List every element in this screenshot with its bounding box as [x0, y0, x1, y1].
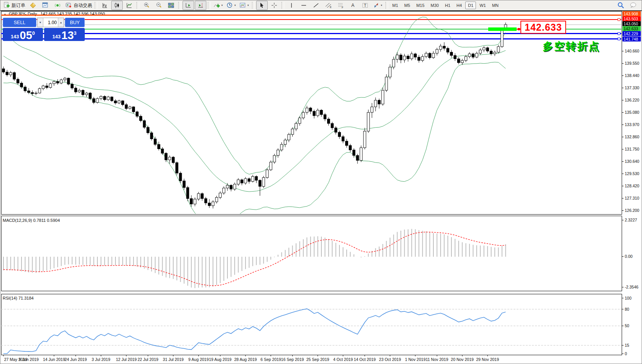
bar-chart-icon — [101, 2, 108, 9]
svg-text:27 May 2019: 27 May 2019 — [4, 357, 28, 362]
symbol-period-label: GBPJPY-,Daily — [9, 11, 37, 16]
timeframe-button-M30[interactable]: M30 — [428, 2, 441, 9]
svg-text:126.200: 126.200 — [625, 208, 639, 213]
text-icon: A — [349, 2, 356, 9]
candlestick-chart-button[interactable] — [111, 1, 123, 10]
volume-increase-button[interactable]: ▲ — [58, 18, 64, 27]
svg-text:20 Nov 2019: 20 Nov 2019 — [451, 357, 474, 362]
trendline-icon — [313, 2, 319, 9]
timeframe-button-W1[interactable]: W1 — [477, 2, 489, 9]
fibonacci-button[interactable]: F — [335, 1, 346, 10]
svg-text:4 Oct 2019: 4 Oct 2019 — [333, 357, 353, 362]
timeframe-button-H4[interactable]: H4 — [454, 2, 464, 9]
window-top-border — [0, 10, 642, 11]
dropdown-caret: ▼ — [247, 4, 249, 7]
svg-text:5 Jun 2019: 5 Jun 2019 — [19, 357, 39, 362]
rsi-indicator-label: RSI(14) 71.3184 — [3, 296, 34, 300]
svg-text:127.310: 127.310 — [625, 196, 639, 200]
fibonacci-icon: F — [337, 2, 344, 9]
text-button[interactable]: A — [347, 1, 359, 10]
metaeditor-button[interactable] — [27, 1, 39, 10]
sell-button[interactable]: SELL — [3, 18, 36, 27]
svg-text:6 Sep 2019: 6 Sep 2019 — [260, 357, 281, 362]
timeframe-button-D1[interactable]: D1 — [465, 2, 476, 9]
toolbar: 新订单 — [0, 0, 642, 10]
cursor-button[interactable] — [256, 1, 268, 10]
ask-price-tile[interactable]: 143 13 3 — [44, 28, 85, 41]
trendline-button[interactable] — [310, 1, 322, 10]
svg-text:143.908: 143.908 — [624, 11, 638, 16]
buy-button[interactable]: BUY — [65, 18, 85, 27]
zoom-out-icon — [155, 2, 162, 9]
chart-window-button[interactable] — [40, 1, 51, 10]
horizontal-line-button[interactable] — [298, 1, 309, 10]
chart-canvas[interactable]: 143.908143.503143.050142.633142.229141.7… — [0, 0, 642, 364]
toolbar-grip — [208, 2, 211, 9]
vertical-line-button[interactable] — [286, 1, 297, 10]
timeframe-button-M5[interactable]: M5 — [402, 2, 413, 9]
tile-windows-icon — [168, 2, 174, 9]
toolbar-grip — [137, 2, 139, 9]
horizontal-line-icon — [300, 2, 307, 9]
crosshair-button[interactable] — [268, 1, 280, 10]
ask-big-digits: 13 — [61, 30, 74, 41]
new-order-button[interactable]: 新订单 — [2, 1, 26, 10]
new-order-label: 新订单 — [12, 2, 25, 9]
templates-button[interactable]: ▼ — [238, 1, 250, 10]
svg-text:14 Oct 2019: 14 Oct 2019 — [354, 357, 375, 362]
zoom-in-button[interactable] — [141, 1, 152, 10]
svg-text:-2.3546: -2.3546 — [625, 285, 639, 289]
bid-prefix: 143 — [11, 34, 19, 39]
svg-text:141.748: 141.748 — [624, 37, 638, 41]
svg-text:135.080: 135.080 — [625, 110, 639, 115]
svg-text:1 Nov 2019: 1 Nov 2019 — [405, 357, 426, 362]
volume-decrease-button[interactable]: ▼ — [38, 18, 43, 27]
trade-panel-collapse-icon[interactable]: ▲ — [3, 13, 7, 16]
svg-text:0.00: 0.00 — [625, 254, 633, 259]
bid-price-tile[interactable]: 143 05 0 — [3, 28, 43, 41]
svg-text:100: 100 — [625, 296, 632, 300]
timeframe-button-M1[interactable]: M1 — [390, 2, 401, 9]
line-chart-button[interactable] — [123, 1, 135, 10]
zoom-out-button[interactable] — [153, 1, 165, 10]
price-callout[interactable]: 142.633 — [520, 21, 566, 34]
svg-text:A: A — [351, 3, 354, 8]
toolbar-grip — [95, 2, 97, 9]
ohlc-values: 142.665 143.235 142.596 143.050 — [40, 11, 105, 16]
bar-chart-button[interactable] — [99, 1, 110, 10]
auto-scroll-button[interactable] — [183, 1, 194, 10]
new-order-icon — [3, 2, 10, 9]
volume-input[interactable] — [43, 18, 58, 27]
broadcast-button[interactable] — [52, 1, 63, 10]
periods-icon — [226, 2, 233, 9]
timeframe-button-MN[interactable]: MN — [489, 2, 501, 9]
svg-text:142.229: 142.229 — [624, 31, 638, 36]
chart-shift-button[interactable] — [195, 1, 206, 10]
arrows-button[interactable]: ▼ — [372, 1, 384, 10]
svg-text:133.970: 133.970 — [625, 122, 639, 127]
indicators-button[interactable]: ▼ — [212, 1, 224, 10]
timeframe-button-H1[interactable]: H1 — [442, 2, 453, 9]
ask-pip-digit: 3 — [74, 30, 76, 36]
svg-text:129.530: 129.530 — [625, 171, 639, 176]
periods-button[interactable]: ▼ — [225, 1, 237, 10]
svg-text:132.860: 132.860 — [625, 134, 639, 139]
channel-button[interactable]: E — [323, 1, 334, 10]
svg-text:139.550: 139.550 — [625, 61, 639, 66]
svg-text:31 Jul 2019: 31 Jul 2019 — [163, 357, 184, 362]
chat-button[interactable] — [627, 1, 639, 10]
chart-shift-icon — [197, 2, 204, 9]
timeframe-button-M15[interactable]: M15 — [413, 2, 427, 9]
svg-text:F: F — [342, 6, 343, 9]
autotrading-button[interactable]: 自动交易 — [64, 1, 93, 10]
symbol-search-button[interactable] — [615, 1, 627, 10]
svg-text:138.440: 138.440 — [625, 73, 639, 78]
svg-text:131.750: 131.750 — [625, 147, 639, 151]
tile-windows-button[interactable] — [165, 1, 177, 10]
candlestick-chart-icon — [114, 2, 120, 9]
svg-text:19 Aug 2019: 19 Aug 2019 — [209, 357, 232, 362]
text-label-button[interactable]: T — [359, 1, 371, 10]
annotation-text[interactable]: 多空转折点 — [543, 39, 600, 53]
svg-text:23 Oct 2019: 23 Oct 2019 — [379, 357, 401, 362]
indicators-icon — [213, 2, 220, 9]
